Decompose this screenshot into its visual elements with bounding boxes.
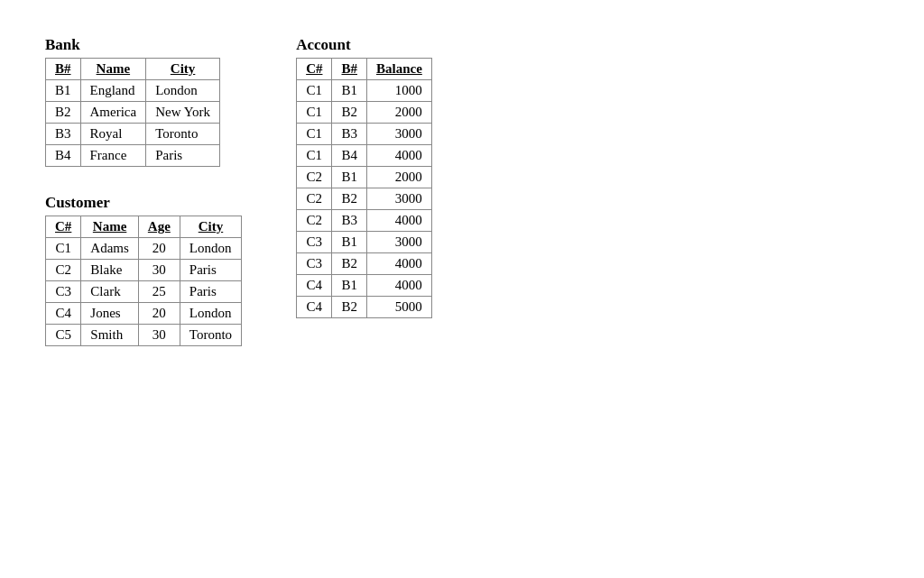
table-cell: Clark xyxy=(81,281,139,303)
table-cell: Royal xyxy=(80,124,146,145)
account-table: C#B#Balance C1B11000C1B22000C1B33000C1B4… xyxy=(296,58,432,318)
account-header-cell: C# xyxy=(297,59,332,80)
table-row: C3B13000 xyxy=(297,232,432,253)
table-cell: B2 xyxy=(332,188,367,210)
table-cell: C1 xyxy=(297,145,332,167)
table-cell: C3 xyxy=(297,253,332,275)
table-cell: B1 xyxy=(332,275,367,297)
table-cell: B3 xyxy=(332,124,367,145)
bank-header-cell: City xyxy=(146,59,220,80)
left-section: Bank B#NameCity B1EnglandLondonB2America… xyxy=(45,36,242,346)
table-row: C5Smith30Toronto xyxy=(46,325,242,346)
customer-header-cell: Age xyxy=(138,216,180,238)
table-cell: 3000 xyxy=(366,188,431,210)
right-section: Account C#B#Balance C1B11000C1B22000C1B3… xyxy=(296,36,432,318)
table-cell: C4 xyxy=(46,303,81,325)
table-cell: 20 xyxy=(138,238,180,260)
table-cell: C5 xyxy=(46,325,81,346)
table-cell: C2 xyxy=(297,188,332,210)
account-body: C1B11000C1B22000C1B33000C1B44000C2B12000… xyxy=(297,80,432,318)
bank-section: Bank B#NameCity B1EnglandLondonB2America… xyxy=(45,36,242,167)
table-cell: C1 xyxy=(297,124,332,145)
table-row: C3Clark25Paris xyxy=(46,281,242,303)
table-cell: 20 xyxy=(138,303,180,325)
table-cell: America xyxy=(80,102,146,124)
table-cell: B1 xyxy=(332,167,367,188)
customer-table: C#NameAgeCity C1Adams20LondonC2Blake30Pa… xyxy=(45,216,242,346)
customer-header-cell: City xyxy=(180,216,241,238)
table-row: C4B25000 xyxy=(297,297,432,318)
table-cell: B3 xyxy=(46,124,81,145)
table-cell: C4 xyxy=(297,275,332,297)
table-cell: 25 xyxy=(138,281,180,303)
customer-title: Customer xyxy=(45,194,242,212)
table-cell: B2 xyxy=(332,297,367,318)
table-row: C2Blake30Paris xyxy=(46,260,242,281)
table-cell: C2 xyxy=(297,167,332,188)
table-row: C1B11000 xyxy=(297,80,432,102)
bank-body: B1EnglandLondonB2AmericaNew YorkB3RoyalT… xyxy=(46,80,220,167)
table-cell: Toronto xyxy=(180,325,241,346)
bank-header-row: B#NameCity xyxy=(46,59,220,80)
table-cell: Smith xyxy=(81,325,139,346)
table-cell: 5000 xyxy=(366,297,431,318)
account-header-cell: Balance xyxy=(366,59,431,80)
bank-header-cell: Name xyxy=(80,59,146,80)
account-title: Account xyxy=(296,36,432,54)
table-cell: 30 xyxy=(138,260,180,281)
table-cell: New York xyxy=(146,102,220,124)
table-row: C1B22000 xyxy=(297,102,432,124)
customer-body: C1Adams20LondonC2Blake30ParisC3Clark25Pa… xyxy=(46,238,242,346)
table-cell: London xyxy=(180,303,241,325)
page-container: Bank B#NameCity B1EnglandLondonB2America… xyxy=(18,18,906,364)
table-cell: C3 xyxy=(297,232,332,253)
table-cell: 4000 xyxy=(366,253,431,275)
table-row: C4Jones20London xyxy=(46,303,242,325)
table-cell: B4 xyxy=(46,145,81,167)
table-row: B1EnglandLondon xyxy=(46,80,220,102)
table-cell: Paris xyxy=(180,281,241,303)
table-cell: 4000 xyxy=(366,145,431,167)
customer-section: Customer C#NameAgeCity C1Adams20LondonC2… xyxy=(45,194,242,346)
table-row: B2AmericaNew York xyxy=(46,102,220,124)
table-row: B4FranceParis xyxy=(46,145,220,167)
table-cell: B4 xyxy=(332,145,367,167)
table-row: C4B14000 xyxy=(297,275,432,297)
table-row: C2B34000 xyxy=(297,210,432,232)
account-section: Account C#B#Balance C1B11000C1B22000C1B3… xyxy=(296,36,432,318)
table-cell: 4000 xyxy=(366,210,431,232)
table-cell: 30 xyxy=(138,325,180,346)
customer-header-row: C#NameAgeCity xyxy=(46,216,242,238)
table-cell: B2 xyxy=(332,102,367,124)
table-cell: B1 xyxy=(46,80,81,102)
table-row: B3RoyalToronto xyxy=(46,124,220,145)
table-cell: C4 xyxy=(297,297,332,318)
table-cell: 4000 xyxy=(366,275,431,297)
table-cell: 3000 xyxy=(366,124,431,145)
customer-header-cell: Name xyxy=(81,216,139,238)
table-cell: Toronto xyxy=(146,124,220,145)
table-row: C1Adams20London xyxy=(46,238,242,260)
table-cell: Paris xyxy=(180,260,241,281)
table-cell: Paris xyxy=(146,145,220,167)
table-row: C1B33000 xyxy=(297,124,432,145)
table-cell: 1000 xyxy=(366,80,431,102)
table-row: C1B44000 xyxy=(297,145,432,167)
table-cell: B3 xyxy=(332,210,367,232)
table-cell: France xyxy=(80,145,146,167)
table-row: C2B23000 xyxy=(297,188,432,210)
table-cell: B1 xyxy=(332,80,367,102)
table-row: C3B24000 xyxy=(297,253,432,275)
table-cell: C2 xyxy=(46,260,81,281)
bank-table: B#NameCity B1EnglandLondonB2AmericaNew Y… xyxy=(45,58,220,167)
table-cell: C1 xyxy=(46,238,81,260)
bank-header-cell: B# xyxy=(46,59,81,80)
table-cell: England xyxy=(80,80,146,102)
table-cell: C3 xyxy=(46,281,81,303)
bank-title: Bank xyxy=(45,36,242,54)
account-header-row: C#B#Balance xyxy=(297,59,432,80)
table-cell: C2 xyxy=(297,210,332,232)
account-header-cell: B# xyxy=(332,59,367,80)
customer-header-cell: C# xyxy=(46,216,81,238)
table-row: C2B12000 xyxy=(297,167,432,188)
